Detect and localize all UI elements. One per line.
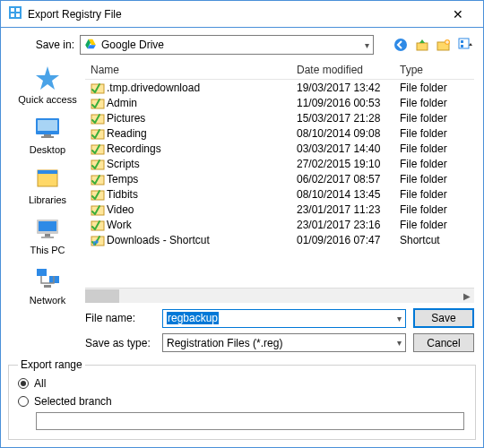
export-registry-dialog: Export Registry File ✕ Save in: Google D… xyxy=(0,0,484,448)
file-row[interactable]: Temps06/02/2017 08:57File folder xyxy=(91,171,474,186)
folder-icon xyxy=(91,157,107,171)
view-menu-icon[interactable] xyxy=(456,36,474,54)
svg-rect-16 xyxy=(38,120,57,131)
file-type: File folder xyxy=(400,158,474,170)
col-date[interactable]: Date modified xyxy=(297,64,400,76)
file-row[interactable]: Admin11/09/2016 00:53File folder xyxy=(91,95,474,110)
file-name: Work xyxy=(107,219,297,231)
folder-icon xyxy=(91,81,107,95)
svg-point-8 xyxy=(394,39,407,51)
svg-rect-14 xyxy=(461,45,463,47)
sidebar-libraries[interactable]: Libraries xyxy=(29,164,66,205)
file-date: 11/09/2016 00:53 xyxy=(297,97,400,109)
file-list[interactable]: .tmp.drivedownload19/03/2017 13:42File f… xyxy=(85,80,474,284)
body: Quick access Desktop Libraries This PC N… xyxy=(1,58,483,303)
file-type: File folder xyxy=(400,219,474,231)
file-date: 01/09/2016 07:47 xyxy=(297,234,400,246)
savetype-combo[interactable]: Registration Files (*.reg) ▾ xyxy=(162,333,406,352)
file-type: File folder xyxy=(400,173,474,185)
file-row[interactable]: .tmp.drivedownload19/03/2017 13:42File f… xyxy=(91,80,474,95)
filename-input[interactable]: regbackup ▾ xyxy=(162,309,406,328)
file-date: 08/10/2014 09:08 xyxy=(297,127,400,140)
svg-rect-22 xyxy=(39,221,56,231)
savein-label: Save in: xyxy=(10,39,74,51)
savein-value: Google Drive xyxy=(101,39,164,51)
file-date: 03/03/2017 14:40 xyxy=(297,142,400,155)
folder-icon xyxy=(91,96,107,110)
radio-selected-branch[interactable]: Selected branch xyxy=(18,392,466,410)
scroll-thumb[interactable] xyxy=(85,289,119,303)
file-area: Name Date modified Type .tmp.drivedownlo… xyxy=(85,60,474,303)
file-row[interactable]: Work23/01/2017 23:16File folder xyxy=(91,217,474,232)
file-date: 27/02/2015 19:10 xyxy=(297,158,400,170)
file-row[interactable]: Scripts27/02/2015 19:10File folder xyxy=(91,156,474,171)
svg-rect-27 xyxy=(44,285,51,288)
sidebar-network[interactable]: Network xyxy=(30,264,65,306)
export-range-group: Export range All Selected branch xyxy=(8,365,476,440)
filename-label: File name: xyxy=(85,312,155,324)
savetype-label: Save as type: xyxy=(85,337,155,349)
svg-rect-2 xyxy=(16,8,20,12)
folder-icon xyxy=(91,111,107,125)
savein-row: Save in: Google Drive ▾ xyxy=(1,28,483,58)
radio-selected-label: Selected branch xyxy=(34,395,112,408)
this-pc-icon xyxy=(31,214,64,243)
file-row[interactable]: Recordings03/03/2017 14:40File folder xyxy=(91,141,474,156)
window-title: Export Registry File xyxy=(28,8,440,21)
up-one-level-icon[interactable] xyxy=(413,36,431,54)
file-type: File folder xyxy=(400,82,474,94)
svg-rect-25 xyxy=(37,269,47,276)
file-type: File folder xyxy=(400,127,474,140)
file-name: Video xyxy=(107,203,297,216)
radio-all-label: All xyxy=(34,377,46,390)
svg-rect-13 xyxy=(461,40,463,43)
file-type: File folder xyxy=(400,142,474,155)
file-type: Shortcut xyxy=(400,234,474,246)
sidebar-desktop[interactable]: Desktop xyxy=(30,114,65,155)
places-sidebar: Quick access Desktop Libraries This PC N… xyxy=(10,60,85,303)
cancel-button[interactable]: Cancel xyxy=(413,333,474,352)
file-type: File folder xyxy=(400,112,474,125)
radio-icon xyxy=(18,378,29,389)
back-icon[interactable] xyxy=(392,36,410,54)
titlebar: Export Registry File ✕ xyxy=(1,1,483,28)
svg-rect-23 xyxy=(45,234,50,237)
svg-rect-12 xyxy=(459,39,469,48)
file-name: Pictures xyxy=(107,112,297,125)
column-headers: Name Date modified Type xyxy=(85,60,474,80)
save-button[interactable]: Save xyxy=(413,308,474,328)
col-type[interactable]: Type xyxy=(400,64,474,76)
radio-all[interactable]: All xyxy=(18,375,466,392)
col-name[interactable]: Name xyxy=(91,64,297,76)
desktop-icon xyxy=(31,114,64,142)
svg-rect-9 xyxy=(417,43,428,50)
file-type: File folder xyxy=(400,188,474,201)
file-name: .tmp.drivedownload xyxy=(107,82,297,94)
branch-input[interactable] xyxy=(36,412,464,430)
file-row[interactable]: Pictures15/03/2017 21:28File folder xyxy=(91,110,474,125)
file-type: File folder xyxy=(400,97,474,109)
savein-combo[interactable]: Google Drive ▾ xyxy=(80,35,374,55)
sidebar-quick-access[interactable]: Quick access xyxy=(18,64,76,105)
shortcut-icon xyxy=(91,233,107,247)
close-button[interactable]: ✕ xyxy=(440,2,476,27)
svg-rect-4 xyxy=(16,13,20,17)
file-date: 15/03/2017 21:28 xyxy=(297,112,400,125)
new-folder-icon[interactable] xyxy=(435,36,453,54)
google-drive-icon xyxy=(84,38,97,53)
sidebar-this-pc[interactable]: This PC xyxy=(30,214,65,255)
horizontal-scrollbar[interactable]: ◀ ▶ xyxy=(85,288,474,303)
file-row[interactable]: Tidbits08/10/2014 13:45File folder xyxy=(91,186,474,202)
file-row[interactable]: Downloads - Shortcut01/09/2016 07:47Shor… xyxy=(91,232,474,247)
sidebar-label: This PC xyxy=(30,245,65,255)
file-name: Reading xyxy=(107,127,297,140)
svg-rect-3 xyxy=(11,13,14,17)
file-row[interactable]: Reading08/10/2014 09:08File folder xyxy=(91,125,474,141)
file-name: Downloads - Shortcut xyxy=(107,234,297,246)
file-row[interactable]: Video23/01/2017 11:23File folder xyxy=(91,202,474,217)
quick-access-icon xyxy=(31,64,64,92)
file-name: Scripts xyxy=(107,158,297,170)
scroll-right-icon[interactable]: ▶ xyxy=(459,289,474,304)
network-icon xyxy=(31,264,64,293)
svg-rect-20 xyxy=(38,170,57,174)
